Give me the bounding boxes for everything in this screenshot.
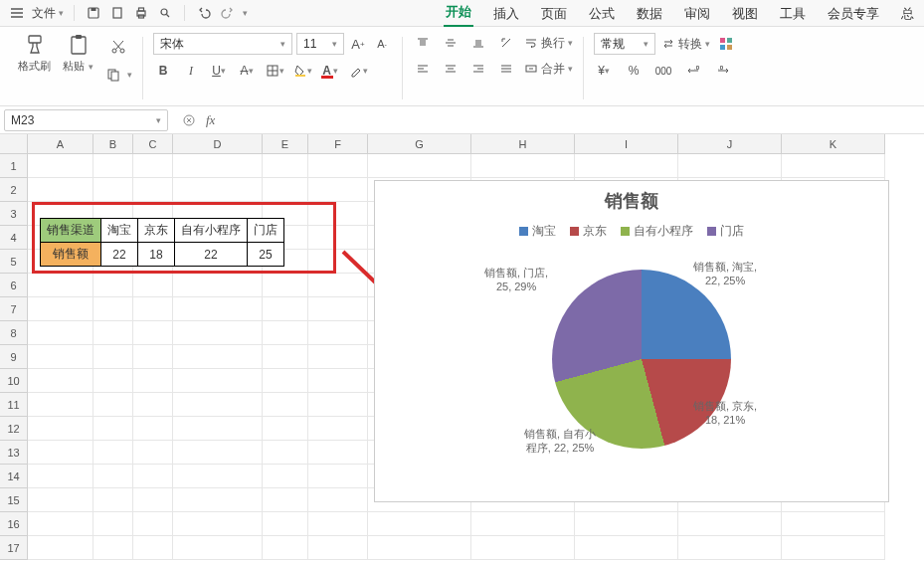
tab-view[interactable]: 视图 (730, 1, 760, 27)
cell[interactable] (133, 465, 173, 488)
cell[interactable] (28, 441, 93, 465)
row-header[interactable]: 14 (0, 465, 28, 488)
row-header[interactable]: 10 (0, 369, 28, 393)
row-header[interactable]: 9 (0, 345, 28, 369)
align-right-icon[interactable] (468, 59, 488, 79)
file-menu[interactable]: 文件 ▾ (32, 5, 64, 22)
cell[interactable] (173, 178, 263, 202)
cell[interactable] (93, 417, 133, 441)
cell[interactable] (263, 345, 308, 369)
tab-more[interactable]: 总 (899, 1, 916, 27)
cell[interactable] (133, 154, 173, 178)
cell[interactable] (263, 369, 308, 393)
table-cell[interactable]: 22 (101, 243, 138, 267)
cell[interactable] (133, 369, 173, 393)
print-preview-icon[interactable] (156, 4, 174, 22)
tab-insert[interactable]: 插入 (491, 1, 521, 27)
cell[interactable] (263, 274, 308, 297)
tab-review[interactable]: 审阅 (682, 1, 712, 27)
decrease-font-icon[interactable]: A- (372, 34, 392, 54)
app-menu-icon[interactable] (8, 4, 26, 22)
cell[interactable] (308, 297, 368, 321)
cell[interactable] (173, 297, 263, 321)
cell[interactable] (133, 441, 173, 465)
column-header[interactable]: K (782, 134, 885, 154)
cell[interactable] (263, 393, 308, 417)
cell[interactable] (93, 178, 133, 202)
redo-icon[interactable] (219, 4, 237, 22)
cell[interactable] (308, 202, 368, 226)
cell[interactable] (308, 393, 368, 417)
cell[interactable] (308, 488, 368, 512)
comma-icon[interactable]: 000 (653, 61, 673, 81)
cell[interactable] (28, 154, 93, 178)
cell[interactable] (308, 178, 368, 202)
cell[interactable] (133, 345, 173, 369)
row-header[interactable]: 2 (0, 178, 28, 202)
cell[interactable] (133, 321, 173, 345)
cell[interactable] (28, 393, 93, 417)
align-middle-icon[interactable] (441, 33, 461, 53)
row-header[interactable]: 15 (0, 488, 28, 512)
cell[interactable] (308, 274, 368, 297)
cell[interactable] (308, 369, 368, 393)
cell[interactable] (782, 536, 885, 560)
cell[interactable] (263, 321, 308, 345)
cell[interactable] (173, 441, 263, 465)
cell[interactable] (133, 488, 173, 512)
new-icon[interactable] (108, 4, 126, 22)
cell[interactable] (263, 441, 308, 465)
cell[interactable] (173, 321, 263, 345)
cell[interactable] (28, 274, 93, 297)
cell[interactable] (263, 417, 308, 441)
italic-icon[interactable]: I (181, 61, 201, 81)
fx-icon[interactable]: fx (206, 112, 215, 128)
cell[interactable] (782, 154, 885, 178)
format-painter-button[interactable]: 格式刷 (14, 33, 55, 74)
cell[interactable] (133, 417, 173, 441)
percent-icon[interactable]: % (624, 61, 644, 81)
increase-font-icon[interactable]: A+ (348, 34, 368, 54)
cell[interactable] (263, 297, 308, 321)
currency-icon[interactable]: ¥ ▾ (594, 61, 614, 81)
cell[interactable] (133, 274, 173, 297)
cell[interactable] (678, 536, 782, 560)
cut-icon[interactable] (103, 37, 132, 57)
cell[interactable] (471, 536, 575, 560)
cell[interactable] (28, 536, 93, 560)
cell[interactable] (308, 226, 368, 250)
cell[interactable] (93, 297, 133, 321)
cell[interactable] (173, 345, 263, 369)
cell[interactable] (133, 393, 173, 417)
cell[interactable] (308, 465, 368, 488)
column-header[interactable]: J (678, 134, 782, 154)
column-header[interactable]: A (28, 134, 93, 154)
cell[interactable] (28, 321, 93, 345)
cell[interactable] (263, 465, 308, 488)
cell[interactable] (133, 297, 173, 321)
decrease-decimal-icon[interactable]: .0 (683, 61, 703, 81)
cell[interactable] (93, 345, 133, 369)
cell[interactable] (133, 536, 173, 560)
cell[interactable] (368, 154, 471, 178)
cell[interactable] (471, 512, 575, 536)
column-header[interactable]: B (93, 134, 133, 154)
cell[interactable] (173, 274, 263, 297)
font-color-icon[interactable]: A▾ (320, 61, 340, 81)
cell[interactable] (28, 488, 93, 512)
border-icon[interactable]: ▾ (265, 61, 284, 81)
tab-formula[interactable]: 公式 (587, 1, 617, 27)
cell[interactable] (368, 536, 471, 560)
name-box[interactable]: M23 ▾ (4, 109, 168, 131)
paste-button[interactable]: 粘贴▾ (59, 33, 97, 74)
number-format-select[interactable]: 常规▾ (594, 33, 655, 55)
cell[interactable] (28, 369, 93, 393)
cell[interactable] (575, 512, 678, 536)
orientation-icon[interactable] (496, 33, 516, 53)
tab-start[interactable]: 开始 (444, 0, 473, 27)
strikethrough-icon[interactable]: A▾ (237, 61, 257, 81)
column-header[interactable]: H (471, 134, 575, 154)
cell[interactable] (28, 297, 93, 321)
align-left-icon[interactable] (413, 59, 433, 79)
cell[interactable] (28, 178, 93, 202)
